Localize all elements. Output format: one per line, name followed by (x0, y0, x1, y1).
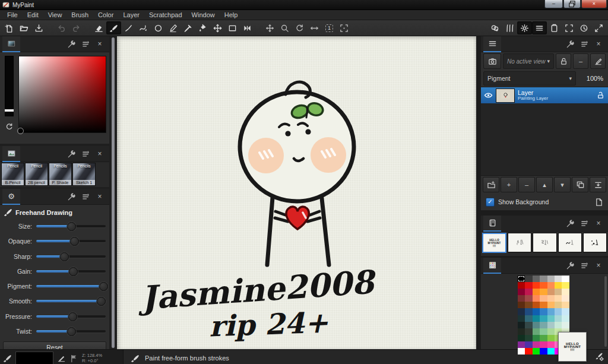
minimize-button[interactable]: – (544, 0, 563, 8)
palette-swatch[interactable] (562, 289, 569, 295)
palette-swatch[interactable] (525, 315, 532, 322)
dropper-tool-button[interactable] (180, 21, 195, 34)
palette-swatch[interactable] (533, 302, 540, 308)
palette-swatch[interactable] (525, 341, 532, 348)
palette-swatch[interactable] (562, 315, 569, 322)
slider-handle[interactable] (60, 252, 69, 261)
tab-scratchpad[interactable] (483, 216, 501, 232)
palette-swatch[interactable] (547, 282, 555, 289)
palette-swatch[interactable] (540, 341, 547, 348)
one-tool-button[interactable]: 1 (322, 21, 337, 34)
palette-swatch[interactable] (533, 295, 540, 302)
palette-swatch[interactable] (540, 308, 547, 315)
palette-swatch[interactable] (533, 322, 540, 328)
mirror-tool-button[interactable] (307, 21, 322, 34)
menu-file[interactable]: File (2, 10, 23, 20)
wrench-icon[interactable] (564, 217, 576, 229)
menu-scratchpad[interactable]: Scratchpad (144, 10, 187, 20)
brush-history-item[interactable] (558, 233, 582, 252)
palette-swatch[interactable] (525, 302, 532, 308)
swap-colors-icon[interactable] (4, 121, 14, 132)
view-remove-button[interactable]: – (573, 53, 588, 69)
wrench-icon[interactable] (564, 38, 576, 50)
palette-swatch[interactable] (547, 348, 555, 354)
menu-layer[interactable]: Layer (118, 10, 144, 20)
palette-swatch[interactable] (533, 328, 540, 335)
fill-tool-button[interactable] (195, 21, 210, 34)
brush-history-item[interactable]: HELLO MYPAINT !!! (482, 233, 506, 253)
palette-swatch[interactable] (555, 322, 562, 328)
slider-handle[interactable] (68, 312, 77, 321)
wrench-icon[interactable] (65, 148, 77, 160)
palette-swatch[interactable] (547, 328, 555, 335)
raise-layer-button[interactable]: ▴ (536, 177, 553, 192)
close-icon[interactable]: × (593, 38, 604, 50)
menu-edit[interactable]: Edit (23, 10, 43, 20)
palette-swatch[interactable] (518, 328, 525, 335)
panel-props-icon[interactable] (80, 148, 91, 160)
menu-help[interactable]: Help (220, 10, 243, 20)
layer-row-selected[interactable]: Layer Painting Layer (481, 87, 608, 103)
panel-props-icon[interactable] (80, 191, 91, 202)
brushes-tool-button[interactable] (502, 21, 517, 34)
close-icon[interactable]: × (94, 38, 106, 50)
tab-layers[interactable] (483, 36, 501, 52)
palette-swatch[interactable] (555, 289, 562, 295)
slider-track[interactable] (36, 282, 106, 290)
palette-swatch[interactable] (547, 341, 555, 348)
palette-swatch[interactable] (562, 302, 569, 308)
close-button[interactable]: × (581, 0, 607, 8)
slider-track[interactable] (36, 312, 106, 321)
close-icon[interactable]: × (94, 148, 106, 160)
palette-swatch[interactable] (540, 335, 547, 341)
palette-swatch[interactable] (518, 315, 525, 322)
palette-swatch[interactable] (555, 282, 562, 289)
remove-layer-button[interactable]: – (518, 177, 535, 192)
close-icon[interactable]: × (94, 191, 106, 202)
palette-swatch[interactable] (533, 341, 540, 348)
palette-swatch[interactable] (547, 322, 555, 328)
palette-swatch[interactable] (518, 289, 525, 295)
tab-color-adjuster[interactable] (2, 36, 20, 52)
palette-swatch[interactable] (547, 295, 555, 302)
slider-track[interactable] (36, 297, 106, 305)
palette-swatch[interactable] (562, 308, 569, 315)
palette-swatch[interactable] (555, 308, 562, 315)
slider-handle[interactable] (67, 222, 76, 231)
palette-swatch[interactable] (533, 348, 540, 354)
lower-layer-button[interactable]: ▾ (554, 177, 571, 192)
curve-tool-button[interactable] (136, 21, 151, 34)
palette-swatch[interactable] (540, 295, 547, 302)
gear-tool-button[interactable] (517, 21, 532, 34)
palette-swatch[interactable] (562, 295, 569, 302)
brush-b-pencil[interactable]: PencilB-Pencil (1, 163, 24, 186)
menu-brush[interactable]: Brush (66, 10, 93, 20)
palette-swatch[interactable] (547, 315, 555, 322)
value-slider-handle[interactable] (5, 109, 14, 112)
edit-brush-icon[interactable] (57, 354, 66, 363)
palette-swatch[interactable] (518, 295, 525, 302)
wrench-icon[interactable] (65, 191, 77, 202)
palette-swatch[interactable] (525, 308, 532, 315)
current-color-swatch[interactable] (15, 352, 53, 364)
saturation-value-square[interactable] (18, 56, 106, 133)
brush-history-item[interactable] (533, 233, 556, 252)
palette-swatch[interactable] (547, 302, 555, 308)
slider-handle[interactable] (67, 327, 76, 336)
slider-handle[interactable] (70, 237, 79, 246)
palette-swatch[interactable] (518, 341, 525, 348)
zoomtool-tool-button[interactable] (277, 21, 292, 34)
slider-track[interactable] (36, 222, 106, 230)
tab-tool-options[interactable]: ⚙ (2, 189, 20, 205)
panel-props-icon[interactable] (578, 217, 590, 229)
palette-swatch[interactable] (562, 282, 569, 289)
background-page-icon[interactable] (594, 198, 603, 207)
merge-layer-button[interactable] (590, 177, 606, 192)
layer-view-dropdown[interactable]: No active view ▾ (503, 53, 554, 69)
left-panel-scrollbar[interactable] (112, 37, 115, 348)
view-lock-button[interactable] (556, 53, 571, 69)
clipboard-tool-button[interactable] (547, 21, 562, 34)
palette-swatch[interactable] (547, 276, 555, 282)
palette-swatch[interactable] (518, 348, 525, 354)
canvas-area[interactable]: Jasmine2008 rip 24+ (117, 36, 476, 349)
